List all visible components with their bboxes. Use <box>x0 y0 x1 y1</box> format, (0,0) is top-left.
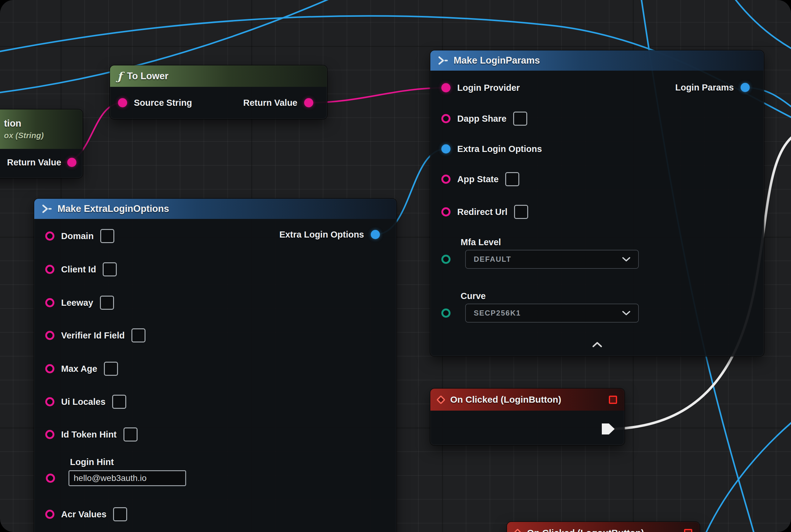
node-title: On Clicked (LogoutButton) <box>527 528 644 532</box>
event-icon <box>513 528 522 532</box>
node-title: To Lower <box>127 71 168 82</box>
curve-pin[interactable] <box>441 308 450 318</box>
source-string-pin[interactable] <box>118 98 127 107</box>
pin-row-domain: Domain <box>45 229 114 243</box>
leeway-pin[interactable] <box>45 298 54 307</box>
node-on-clicked-login-button[interactable]: On Clicked (LoginButton) <box>430 388 624 445</box>
login-provider-pin[interactable] <box>441 83 450 92</box>
pin-row-login-provider: Login Provider <box>441 80 520 95</box>
verifier-id-field-checkbox[interactable] <box>131 328 146 342</box>
pin-row-verifier-id-field: Verifier Id Field <box>45 328 146 343</box>
node-header[interactable]: Make ExtraLoginOptions <box>34 199 397 219</box>
wire-blue-bottomright-cross <box>703 418 791 532</box>
return-value-pin[interactable] <box>67 158 76 167</box>
redirect-url-pin[interactable] <box>441 207 450 216</box>
delegate-pin[interactable] <box>684 529 692 532</box>
node-to-lower[interactable]: ƒ To Lower Source String Return Value <box>110 65 327 119</box>
login-params-output-pin[interactable] <box>740 83 750 92</box>
pin-label: Leeway <box>61 298 93 308</box>
leeway-checkbox[interactable] <box>100 296 114 310</box>
pin-row-client-id: Client Id <box>45 262 117 277</box>
id-token-hint-checkbox[interactable] <box>123 428 137 441</box>
curve-row: SECP256K1 <box>430 304 639 323</box>
node-title: tion <box>4 118 21 129</box>
pin-label: Redirect Url <box>457 207 507 217</box>
pin-row-ui-locales: Ui Locales <box>45 394 126 409</box>
pin-label: Dapp Share <box>457 114 506 124</box>
login-hint-input[interactable] <box>69 470 186 486</box>
client-id-checkbox[interactable] <box>103 262 117 277</box>
max-age-checkbox[interactable] <box>104 362 118 376</box>
node-make-extra-login-options[interactable]: Make ExtraLoginOptions Extra Login Optio… <box>34 199 397 532</box>
curve-block: Curve SECP256K1 <box>430 291 639 323</box>
pin-row-acr-values: Acr Values <box>45 507 127 521</box>
pin-row-dapp-share: Dapp Share <box>441 111 527 126</box>
pin-row-id-token-hint: Id Token Hint <box>45 427 137 442</box>
exec-output-pin[interactable] <box>602 423 615 435</box>
delegate-pin[interactable] <box>609 396 617 404</box>
node-header[interactable]: On Clicked (LoginButton) <box>430 388 624 411</box>
mfa-level-dropdown[interactable]: DEFAULT <box>465 250 639 269</box>
node-title: Make LoginParams <box>454 55 540 66</box>
chevron-down-icon <box>622 311 630 316</box>
app-state-checkbox[interactable] <box>505 172 519 186</box>
id-token-hint-pin[interactable] <box>45 430 54 439</box>
extra-login-options-input-pin[interactable] <box>441 144 450 153</box>
node-make-login-params[interactable]: Make LoginParams Login Params Login Prov… <box>430 51 764 356</box>
pin-label: Curve <box>461 291 639 301</box>
app-state-pin[interactable] <box>441 175 450 184</box>
pin-label: Mfa Level <box>461 237 639 247</box>
client-id-pin[interactable] <box>45 265 54 274</box>
pin-label: Login Provider <box>457 83 520 93</box>
function-icon: ƒ <box>117 71 122 82</box>
node-subtitle: ox (String) <box>4 131 44 140</box>
login-hint-pin[interactable] <box>46 474 55 483</box>
dapp-share-pin[interactable] <box>441 114 450 123</box>
node-on-clicked-logout-button[interactable]: On Clicked (LogoutButton) <box>507 522 700 532</box>
node-header[interactable]: On Clicked (LogoutButton) <box>507 522 700 532</box>
pin-label: Return Value <box>7 157 61 168</box>
pin-row-app-state: App State <box>441 172 519 187</box>
pin-row-leeway: Leeway <box>45 296 114 310</box>
pin-row-login-params-out: Login Params <box>675 80 750 95</box>
collapse-pins-button[interactable] <box>592 342 602 349</box>
login-hint-block: Login Hint <box>34 457 186 486</box>
acr-values-checkbox[interactable] <box>113 507 127 521</box>
mfa-level-row: DEFAULT <box>430 250 639 269</box>
dapp-share-checkbox[interactable] <box>513 112 527 126</box>
domain-checkbox[interactable] <box>100 229 114 243</box>
dropdown-value: SECP256K1 <box>474 309 521 317</box>
event-icon <box>437 395 446 404</box>
extra-login-options-output-pin[interactable] <box>371 230 380 239</box>
node-title: On Clicked (LoginButton) <box>450 394 561 405</box>
node-header[interactable]: tion ox (String) <box>0 110 82 149</box>
verifier-id-field-pin[interactable] <box>45 331 54 340</box>
return-value-pin[interactable] <box>304 98 313 107</box>
acr-values-pin[interactable] <box>45 510 54 519</box>
blueprint-canvas[interactable]: tion ox (String) Return Value ƒ To Lower… <box>0 0 791 532</box>
wire-tolower-to-loginprovider[interactable] <box>309 88 446 103</box>
pin-row-return-value: Return Value <box>243 95 313 110</box>
mfa-level-block: Mfa Level DEFAULT <box>430 237 639 269</box>
ui-locales-pin[interactable] <box>45 397 54 406</box>
pin-row-source-string: Source String <box>118 95 192 110</box>
node-title: Make ExtraLoginOptions <box>57 203 169 214</box>
ui-locales-checkbox[interactable] <box>112 395 126 409</box>
mfa-level-pin[interactable] <box>441 255 450 264</box>
max-age-pin[interactable] <box>45 364 54 373</box>
pin-label: Return Value <box>243 98 297 108</box>
pin-label: Extra Login Options <box>457 144 542 154</box>
wire-blue-topright-corner <box>731 0 791 51</box>
node-header[interactable]: ƒ To Lower <box>110 65 327 87</box>
pin-row-extra-login-options-out: Extra Login Options <box>279 227 380 242</box>
curve-dropdown[interactable]: SECP256K1 <box>465 304 639 323</box>
node-header[interactable]: Make LoginParams <box>430 51 764 71</box>
pin-row-redirect-url: Redirect Url <box>441 205 528 219</box>
domain-pin[interactable] <box>45 231 54 241</box>
login-hint-row <box>34 470 186 486</box>
pin-label: App State <box>457 174 499 184</box>
pin-label: Id Token Hint <box>61 430 117 440</box>
redirect-url-checkbox[interactable] <box>514 205 528 219</box>
node-text-partial[interactable]: tion ox (String) Return Value <box>0 110 82 178</box>
pin-label: Ui Locales <box>61 397 105 407</box>
